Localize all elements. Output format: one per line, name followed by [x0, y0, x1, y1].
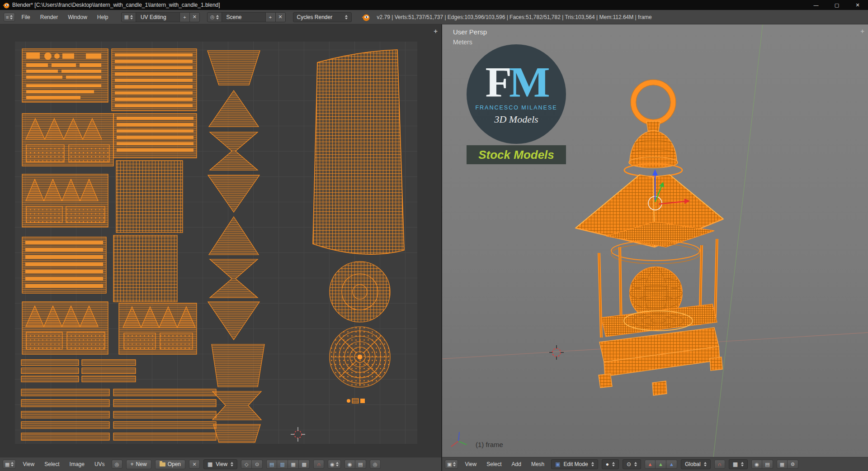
right-tools-group[interactable]: ▦ ⚙ [777, 460, 798, 469]
logo-letter-f: F [485, 63, 509, 102]
logo-studio-name: FRANCESCO MILANESE [475, 105, 557, 111]
info-header: ≡ File Render Window Help ▦ UV Editing +… [0, 10, 868, 24]
snap-toggle-button[interactable]: ∩ [313, 460, 324, 469]
y-axis-line [713, 24, 763, 457]
island-select-icon: ▩ [299, 460, 310, 469]
uv-select-mode-group[interactable]: ▤ ▥ ▦ ▩ [266, 460, 310, 469]
engine-value: Cycles Render [297, 14, 333, 20]
editor-type-button-uv[interactable]: ▦ [3, 460, 16, 469]
chevron-updown-icon [231, 462, 233, 466]
vertex-select-icon: ▤ [266, 460, 277, 469]
viewport-shading-dropdown[interactable]: ● [602, 459, 619, 469]
plus-icon: + [131, 461, 134, 467]
uv-menu-uvs[interactable]: UVs [91, 458, 108, 471]
scale-manipulator-icon: ▲ [666, 460, 677, 469]
edit-mode-icon: ▣ [555, 461, 560, 467]
scene-value[interactable]: Scene [222, 14, 265, 20]
minimize-button[interactable]: — [806, 0, 826, 10]
v3d-menu-add[interactable]: Add [509, 458, 524, 471]
chevron-updown-icon [591, 462, 594, 466]
occlude-geometry-icon: ⚙ [788, 460, 798, 469]
limit-select-icon: ▦ [777, 460, 788, 469]
mini-axis-widget [451, 432, 467, 447]
layout-browse-icon[interactable]: ▦ [122, 12, 136, 22]
lantern-mesh[interactable] [576, 80, 723, 395]
pivot-icon: ⊙ [627, 461, 631, 467]
menu-file[interactable]: File [18, 10, 33, 24]
menu-help[interactable]: Help [94, 10, 112, 24]
sphere-icon: ● [606, 461, 609, 467]
snap-toggle-button-3d[interactable]: ∩ [714, 460, 725, 469]
scene-selector[interactable]: ◎ Scene + ✕ [207, 12, 286, 22]
editor-type-button-3d[interactable]: ▣ [445, 460, 458, 469]
v3d-menu-select[interactable]: Select [483, 458, 505, 471]
cursor-3d[interactable] [549, 345, 564, 360]
opengl-anim-icon: ▤ [762, 460, 773, 469]
v3d-menu-view[interactable]: View [462, 458, 480, 471]
uv-editor-header: ▦ View Select Image UVs ◎ + New Open ✕ ▦… [0, 457, 441, 471]
uv-menu-view[interactable]: View [19, 458, 38, 471]
manipulator-toggle-group[interactable]: ▲ ▲ ▲ [645, 460, 677, 469]
screen-layout-value[interactable]: UV Editing [136, 14, 179, 20]
proportional-edit-button[interactable]: ◉ [328, 460, 341, 469]
maximize-button[interactable]: ▢ [826, 0, 847, 10]
opengl-render-icon: ◉ [751, 460, 762, 469]
uv-sync-toggle-group[interactable]: ◇ ⊙ [241, 460, 263, 469]
chevron-updown-icon [345, 15, 348, 19]
menu-render[interactable]: Render [37, 10, 61, 24]
chevron-updown-icon [741, 462, 744, 466]
chevron-updown-icon [336, 462, 339, 466]
close-layout-button[interactable]: ✕ [189, 12, 199, 22]
new-image-button[interactable]: + New [126, 460, 151, 469]
v3d-menu-mesh[interactable]: Mesh [528, 458, 547, 471]
watermark-logo: F M FRANCESCO MILANESE 3D Models [467, 44, 566, 144]
viewport-3d[interactable]: User Persp Meters (1) frame F M FRANCESC… [442, 24, 868, 457]
screen-layout-selector[interactable]: ▦ UV Editing + ✕ [121, 12, 200, 22]
close-scene-button[interactable]: ✕ [275, 12, 285, 22]
x-icon: ✕ [192, 461, 196, 467]
chevron-updown-icon [704, 462, 707, 466]
menu-window[interactable]: Window [64, 10, 91, 24]
orientation-dropdown[interactable]: Global [681, 459, 711, 469]
chevron-updown-icon [634, 462, 637, 466]
logo-letter-m: M [509, 63, 547, 102]
blender-window: Blender* [C:\Users\franc\Desktop\lantern… [0, 0, 868, 471]
uv-menu-image[interactable]: Image [66, 458, 88, 471]
blender-logo-icon [362, 13, 370, 21]
render-buttons-group[interactable]: ◉ ▤ [751, 460, 773, 469]
scopes-icon: ▤ [355, 460, 366, 469]
chevron-updown-icon [612, 462, 615, 466]
open-image-button[interactable]: Open [155, 460, 185, 469]
chevron-updown-icon [10, 15, 13, 19]
render-slot-icon: ◉ [344, 460, 355, 469]
image-display-dropdown[interactable]: ▦ View [203, 459, 237, 469]
magnet-icon: ∩ [317, 461, 321, 467]
add-scene-button[interactable]: + [265, 12, 275, 22]
folder-icon [160, 462, 165, 466]
uv-image-editor[interactable]: + [0, 24, 441, 457]
add-layout-button[interactable]: + [179, 12, 189, 22]
region-expand-icon[interactable]: + [860, 27, 864, 35]
pin-image-button[interactable]: ◎ [112, 460, 123, 469]
region-expand-icon[interactable]: + [434, 27, 438, 35]
mode-dropdown[interactable]: ▣ Edit Mode [551, 459, 598, 469]
pin-icon: ◎ [115, 461, 119, 467]
close-button[interactable]: ✕ [847, 0, 868, 10]
snap-element-dropdown[interactable]: ▦ [729, 459, 748, 469]
rotate-manipulator-icon: ▲ [656, 460, 666, 469]
render-engine-dropdown[interactable]: Cycles Render [293, 12, 352, 22]
uv-misc-group[interactable]: ◉ ▤ [344, 460, 366, 469]
scene-browse-icon[interactable]: ◎ [208, 12, 222, 22]
unlink-image-button[interactable]: ✕ [189, 460, 200, 469]
image-icon: ▦ [208, 461, 212, 467]
editor-type-button-info[interactable]: ≡ [4, 13, 15, 22]
uv-menu-select[interactable]: Select [41, 458, 62, 471]
uv-globe-button[interactable]: ◎ [370, 460, 381, 469]
pivot-point-dropdown[interactable]: ⊙ [623, 459, 641, 469]
viewport-header: ▣ View Select Add Mesh ▣ Edit Mode ● ⊙ ▲… [442, 457, 868, 471]
edge-select-icon: ▥ [277, 460, 288, 469]
uv-canvas[interactable] [0, 24, 441, 457]
chevron-updown-icon [11, 462, 14, 466]
magnet-icon: ∩ [718, 461, 722, 467]
chevron-updown-icon [453, 462, 456, 466]
